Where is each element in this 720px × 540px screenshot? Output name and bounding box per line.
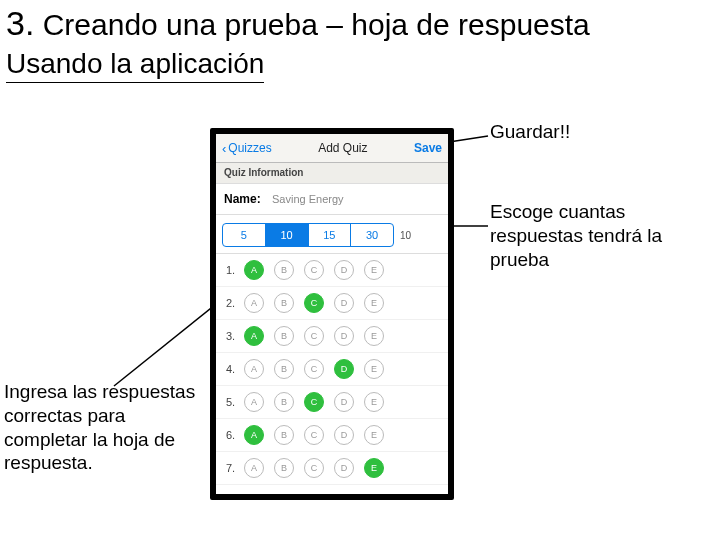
answer-bubble[interactable]: D bbox=[334, 293, 354, 313]
answer-bubble[interactable]: A bbox=[244, 293, 264, 313]
annotation-count: Escoge cuantas respuestas tendrá la prue… bbox=[490, 200, 700, 271]
slide-title: 3. Creando una prueba – hoja de respuest… bbox=[6, 4, 590, 43]
row-number: 1. bbox=[226, 264, 244, 276]
row-number: 3. bbox=[226, 330, 244, 342]
answer-bubble[interactable]: E bbox=[364, 425, 384, 445]
answer-bubble[interactable]: B bbox=[274, 458, 294, 478]
segment-option[interactable]: 30 bbox=[351, 224, 393, 246]
answer-bubble[interactable]: A bbox=[244, 260, 264, 280]
answer-row: 3.ABCDE bbox=[216, 320, 448, 353]
segment-option[interactable]: 15 bbox=[309, 224, 352, 246]
answer-bubble[interactable]: C bbox=[304, 392, 324, 412]
name-label: Name: bbox=[224, 192, 272, 206]
row-number: 4. bbox=[226, 363, 244, 375]
annotation-enter: Ingresa las respuestas correctas para co… bbox=[4, 380, 209, 475]
answer-bubble[interactable]: D bbox=[334, 392, 354, 412]
title-text: Creando una prueba – hoja de respuesta bbox=[43, 8, 590, 41]
save-button[interactable]: Save bbox=[414, 141, 442, 155]
answer-row: 6.ABCDE bbox=[216, 419, 448, 452]
question-count-indicator: 10 bbox=[400, 230, 411, 241]
answer-bubble[interactable]: A bbox=[244, 425, 264, 445]
name-row[interactable]: Name: Saving Energy bbox=[216, 184, 448, 215]
answer-bubble[interactable]: D bbox=[334, 326, 354, 346]
answer-row: 1.ABCDE bbox=[216, 254, 448, 287]
back-button[interactable]: ‹ Quizzes bbox=[222, 141, 272, 156]
answer-bubble[interactable]: E bbox=[364, 458, 384, 478]
section-header: Quiz Information bbox=[216, 163, 448, 184]
back-label: Quizzes bbox=[228, 141, 271, 155]
nav-bar: ‹ Quizzes Add Quiz Save bbox=[216, 134, 448, 163]
answer-bubble[interactable]: A bbox=[244, 326, 264, 346]
answer-bubble[interactable]: B bbox=[274, 293, 294, 313]
answer-bubble[interactable]: C bbox=[304, 326, 324, 346]
question-count-segment[interactable]: 5101530 bbox=[222, 223, 394, 247]
answer-bubble[interactable]: C bbox=[304, 425, 324, 445]
answer-bubble[interactable]: C bbox=[304, 260, 324, 280]
answer-bubble[interactable]: B bbox=[274, 359, 294, 379]
question-count-row: 5101530 10 bbox=[216, 215, 448, 254]
answer-bubble[interactable]: E bbox=[364, 392, 384, 412]
answer-bubble[interactable]: D bbox=[334, 425, 354, 445]
answer-row: 4.ABCDE bbox=[216, 353, 448, 386]
title-number: 3. bbox=[6, 4, 34, 42]
answer-list: 1.ABCDE2.ABCDE3.ABCDE4.ABCDE5.ABCDE6.ABC… bbox=[216, 254, 448, 485]
slide-subtitle: Usando la aplicación bbox=[6, 48, 264, 83]
answer-bubble[interactable]: D bbox=[334, 260, 354, 280]
row-number: 2. bbox=[226, 297, 244, 309]
answer-bubble[interactable]: E bbox=[364, 260, 384, 280]
phone-mockup: ‹ Quizzes Add Quiz Save Quiz Information… bbox=[210, 128, 454, 500]
answer-row: 5.ABCDE bbox=[216, 386, 448, 419]
answer-bubble[interactable]: C bbox=[304, 293, 324, 313]
answer-bubble[interactable]: C bbox=[304, 458, 324, 478]
answer-bubble[interactable]: A bbox=[244, 392, 264, 412]
row-number: 7. bbox=[226, 462, 244, 474]
name-value: Saving Energy bbox=[272, 193, 344, 205]
chevron-left-icon: ‹ bbox=[222, 141, 226, 156]
annotation-save: Guardar!! bbox=[490, 120, 570, 144]
answer-bubble[interactable]: A bbox=[244, 458, 264, 478]
answer-bubble[interactable]: B bbox=[274, 392, 294, 412]
answer-bubble[interactable]: B bbox=[274, 425, 294, 445]
row-number: 5. bbox=[226, 396, 244, 408]
row-number: 6. bbox=[226, 429, 244, 441]
answer-bubble[interactable]: D bbox=[334, 359, 354, 379]
answer-bubble[interactable]: B bbox=[274, 326, 294, 346]
segment-option[interactable]: 10 bbox=[266, 224, 309, 246]
answer-row: 7.ABCDE bbox=[216, 452, 448, 485]
answer-bubble[interactable]: A bbox=[244, 359, 264, 379]
answer-bubble[interactable]: C bbox=[304, 359, 324, 379]
segment-option[interactable]: 5 bbox=[223, 224, 266, 246]
answer-bubble[interactable]: E bbox=[364, 326, 384, 346]
answer-row: 2.ABCDE bbox=[216, 287, 448, 320]
answer-bubble[interactable]: E bbox=[364, 359, 384, 379]
answer-bubble[interactable]: D bbox=[334, 458, 354, 478]
nav-title: Add Quiz bbox=[318, 141, 367, 155]
answer-bubble[interactable]: E bbox=[364, 293, 384, 313]
answer-bubble[interactable]: B bbox=[274, 260, 294, 280]
